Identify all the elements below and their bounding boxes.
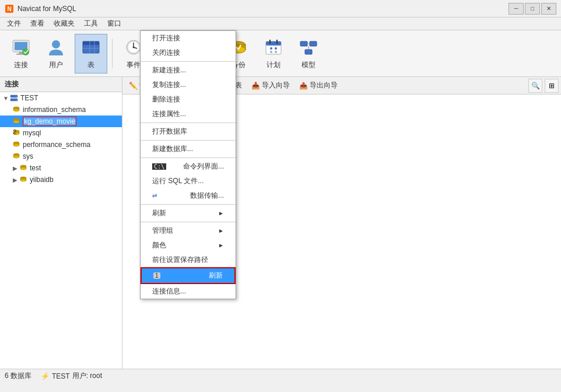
db-label-kg: kg_demo_movie — [23, 117, 76, 125]
sidebar-header: 连接 — [0, 77, 122, 92]
menu-favorites[interactable]: 收藏夹 — [49, 18, 79, 30]
tree-item-perf-schema[interactable]: performance_schema — [0, 139, 122, 150]
tree-toggle-yiibai[interactable]: ▶ — [12, 176, 19, 183]
db-count: 6 数据库 — [5, 371, 31, 381]
toolbar-table[interactable]: 表 — [75, 34, 107, 74]
tree-item-kg-demo[interactable]: kg_demo_movie — [0, 116, 122, 127]
toolbar-connect[interactable]: 连接 — [5, 34, 37, 74]
menu-view[interactable]: 查看 — [26, 18, 49, 30]
close-btn[interactable]: ✕ — [541, 3, 556, 15]
svg-point-57 — [13, 121, 19, 123]
context-menu[interactable]: 打开连接 关闭连接 新建连接... 复制连接... 删除连接 连接属性... 打… — [140, 30, 236, 299]
ctx-close-conn[interactable]: 关闭连接 — [141, 46, 236, 60]
db-label-info: information_schema — [23, 106, 86, 114]
svg-point-66 — [13, 156, 19, 158]
tree-item-test[interactable]: ▶ test — [0, 162, 122, 174]
ctx-sep1 — [141, 61, 236, 62]
schedule-label: 计划 — [267, 60, 280, 70]
maximize-btn[interactable]: □ — [525, 3, 540, 15]
svg-point-41 — [270, 51, 272, 53]
import-icon: 📥 — [251, 82, 260, 90]
grid-btn[interactable]: ⊞ — [545, 79, 559, 93]
svg-point-40 — [275, 47, 277, 50]
ctx-sep2 — [141, 123, 236, 123]
ctx-sep3 — [141, 140, 236, 141]
search-btn[interactable]: 🔍 — [528, 79, 542, 93]
import-label: 导入向导 — [262, 80, 290, 90]
lightning-icon: ⚡ — [41, 372, 50, 380]
user-icon — [45, 37, 66, 58]
export-btn[interactable]: 📤 导出向导 — [295, 79, 342, 92]
import-btn[interactable]: 📥 导入向导 — [247, 79, 294, 92]
ctx-run-sql[interactable]: 运行 SQL 文件... — [141, 174, 236, 188]
svg-rect-44 — [310, 41, 317, 46]
tree-item-sys[interactable]: sys — [0, 150, 122, 162]
db-icon-sys — [12, 152, 21, 161]
app-icon: N — [5, 4, 14, 13]
svg-point-54 — [13, 109, 19, 111]
db-label-perf: performance_schema — [23, 141, 90, 149]
ctx-new-conn[interactable]: 新建连接... — [141, 63, 236, 78]
server-label: TEST — [20, 94, 38, 102]
svg-point-50 — [16, 96, 17, 97]
toolbar-separator — [112, 39, 113, 68]
svg-point-72 — [20, 179, 26, 181]
tree-toggle-test[interactable]: ▼ — [2, 94, 9, 102]
ctx-sep6 — [141, 222, 236, 222]
menu-window[interactable]: 窗口 — [103, 18, 126, 30]
svg-rect-36 — [266, 41, 281, 46]
ctx-open-conn[interactable]: 打开连接 — [141, 31, 236, 46]
ctx-sep5 — [141, 204, 236, 205]
db-label-sys: sys — [23, 152, 33, 160]
user-info: 用户: root — [72, 371, 102, 381]
schedule-icon — [263, 37, 284, 58]
server-icon — [9, 93, 19, 103]
tree-item-info-schema[interactable]: information_schema — [0, 104, 122, 116]
tree-item-yiibai[interactable]: ▶ yiibaidb — [0, 174, 122, 186]
minimize-btn[interactable]: ─ — [509, 3, 524, 15]
toolbar-model[interactable]: 模型 — [292, 34, 325, 74]
ctx-data-transfer[interactable]: ⇄ 数据传输... — [141, 188, 236, 203]
ctx-color[interactable]: 颜色► — [141, 238, 236, 253]
svg-point-60 — [13, 132, 19, 135]
ctx-copy-conn[interactable]: 复制连接... — [141, 78, 236, 92]
ctx-set-save-path[interactable]: 前往设置保存路径 — [141, 253, 236, 267]
svg-point-7 — [52, 40, 60, 48]
ctx-conn-props[interactable]: 连接属性... — [141, 107, 236, 121]
pencil-icon: ✏️ — [129, 82, 138, 90]
svg-point-42 — [275, 51, 277, 53]
svg-rect-43 — [300, 41, 307, 46]
table-label: 表 — [87, 60, 94, 70]
db-icon-test — [19, 163, 28, 173]
ctx-conn-info[interactable]: 连接信息... — [141, 284, 236, 299]
ctx-manage-group[interactable]: 管理组► — [141, 223, 236, 238]
db-icon-kg — [12, 117, 21, 126]
main-toolbar: 连接 用户 表 — [0, 30, 561, 77]
export-label: 导出向导 — [310, 80, 338, 90]
ctx-open-db[interactable]: 打开数据库 — [141, 124, 236, 139]
ctx-delete-conn[interactable]: 删除连接 — [141, 92, 236, 107]
toolbar-schedule[interactable]: 计划 — [257, 34, 290, 74]
tree-toggle-test-db[interactable]: ▶ — [12, 164, 19, 172]
svg-point-69 — [20, 167, 26, 170]
tree-item-mysql[interactable]: mysql — [0, 127, 122, 139]
menu-tools[interactable]: 工具 — [79, 18, 103, 30]
svg-point-39 — [270, 47, 272, 50]
user-label: 用户 — [49, 60, 63, 70]
ctx-cmd[interactable]: C:\ 命令列界面... — [141, 159, 236, 174]
server-name: TEST — [52, 372, 70, 380]
db-icon-info — [12, 105, 21, 114]
menu-file[interactable]: 文件 — [2, 18, 26, 30]
tree-item-test-server[interactable]: ▼ TEST — [0, 92, 122, 104]
db-icon-mysql — [12, 128, 21, 138]
ctx-refresh-sub[interactable]: 刷新► — [141, 206, 236, 220]
ctx-new-db[interactable]: 新建数据库... — [141, 142, 236, 156]
table-icon — [80, 37, 101, 58]
ctx-sep4 — [141, 158, 236, 158]
model-label: 模型 — [301, 60, 315, 70]
svg-rect-9 — [83, 41, 99, 45]
toolbar-user[interactable]: 用户 — [40, 34, 72, 74]
window-controls: ─ □ ✕ — [509, 3, 556, 15]
ctx-refresh[interactable]: 1 刷新 — [141, 267, 236, 284]
svg-point-6 — [22, 48, 29, 55]
